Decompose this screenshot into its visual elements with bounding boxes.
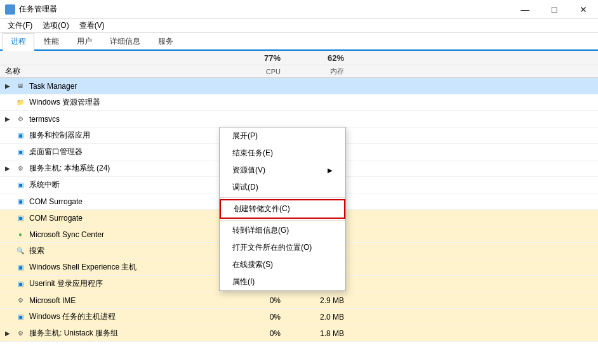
header-row-pct: 77% 62% <box>0 51 598 65</box>
menu-bar: 文件(F) 选项(O) 查看(V) <box>0 19 598 33</box>
process-icon: ▣ <box>15 180 25 190</box>
cell-process-name: ▣ 桌面窗口管理器 <box>0 146 229 157</box>
cell-process-name: ▶ 🖥 Task Manager <box>0 81 229 91</box>
process-icon: ▣ <box>15 213 25 223</box>
tab-performance[interactable]: 性能 <box>36 33 67 49</box>
process-icon: ⚙ <box>15 296 25 306</box>
process-icon: ● <box>15 230 25 240</box>
process-icon: ▣ <box>15 147 25 157</box>
process-icon: ⚙ <box>15 164 25 174</box>
ctx-properties-label: 属性(I) <box>232 276 255 287</box>
menu-view[interactable]: 查看(V) <box>74 19 110 32</box>
header-mem-pct[interactable]: 62% <box>286 53 349 63</box>
tab-details[interactable]: 详细信息 <box>102 33 149 49</box>
cell-process-name: ▣ 服务和控制器应用 <box>0 130 229 141</box>
window-controls: — □ ✕ <box>510 0 598 19</box>
ctx-search-online[interactable]: 在线搜索(S) <box>220 256 345 273</box>
process-icon: ▣ <box>15 197 25 207</box>
ctx-separator-1 <box>220 197 345 198</box>
expand-icon[interactable]: ▶ <box>5 115 13 123</box>
ctx-separator-2 <box>220 220 345 221</box>
menu-options[interactable]: 选项(O) <box>37 19 74 32</box>
expand-icon[interactable]: ▶ <box>5 165 13 172</box>
cell-process-name: ▣ COM Surrogate <box>0 213 229 223</box>
process-icon: ▣ <box>15 263 25 273</box>
expand-icon[interactable]: ▶ <box>5 330 13 337</box>
close-button[interactable]: ✕ <box>569 0 598 19</box>
minimize-button[interactable]: — <box>510 0 540 19</box>
ctx-resource-values[interactable]: 资源值(V) ▶ <box>220 162 345 179</box>
table-row[interactable]: ⚙ Microsoft IME 0% 2.9 MB <box>0 292 598 309</box>
header-row-labels: 名称 CPU 内存 <box>0 65 598 77</box>
table-row[interactable]: ▣ Windows 任务的主机进程 0% 2.0 MB <box>0 309 598 325</box>
tab-processes[interactable]: 进程 <box>3 33 34 51</box>
cell-mem: 2.0 MB <box>286 313 349 322</box>
cell-process-name: 📁 Windows 资源管理器 <box>0 97 229 108</box>
process-icon: ⚙ <box>15 114 25 124</box>
expand-icon[interactable]: ▶ <box>5 82 13 90</box>
cell-process-name: ▶ ⚙ termsvcs <box>0 114 229 124</box>
cell-mem: 2.9 MB <box>286 296 349 305</box>
cell-process-name: ▣ Windows Shell Experience 主机 <box>0 262 229 273</box>
window-title: 任务管理器 <box>19 4 57 15</box>
ctx-goto-details[interactable]: 转到详细信息(G) <box>220 222 345 239</box>
cell-process-name: ▶ ⚙ 服务主机: 本地系统 (24) <box>0 163 229 174</box>
process-name-text: Userinit 登录应用程序 <box>29 278 103 289</box>
process-name-text: Microsoft Sync Center <box>29 230 104 239</box>
cell-process-name: ● Microsoft Sync Center <box>0 230 229 240</box>
cell-process-name: ▣ Userinit 登录应用程序 <box>0 278 229 289</box>
cell-process-name: ▣ Windows 任务的主机进程 <box>0 311 229 322</box>
main-content: 77% 62% 名称 CPU 内存 ▶ 🖥 Task Manager <box>0 51 598 364</box>
title-bar: 任务管理器 — □ ✕ <box>0 0 598 19</box>
ctx-details-label: 转到详细信息(G) <box>232 225 289 236</box>
process-icon: 🖥 <box>15 81 25 91</box>
tab-services[interactable]: 服务 <box>150 33 182 49</box>
ctx-debug-label: 调试(D) <box>232 182 258 193</box>
tab-users[interactable]: 用户 <box>69 33 100 49</box>
process-name-text: 服务主机: Unistack 服务组 <box>29 328 118 339</box>
process-name-text: 桌面窗口管理器 <box>29 146 83 157</box>
table-row[interactable]: ▶ ⚙ 服务主机: Unistack 服务组 0% 1.8 MB <box>0 325 598 342</box>
ctx-expand[interactable]: 展开(P) <box>220 127 345 145</box>
cell-cpu: 0% <box>229 313 286 322</box>
table-row[interactable]: 📁 Windows 资源管理器 <box>0 94 598 111</box>
ctx-arrow-icon: ▶ <box>328 167 333 174</box>
cell-process-name: ⚙ Microsoft IME <box>0 296 229 306</box>
menu-file[interactable]: 文件(F) <box>3 19 37 32</box>
ctx-properties[interactable]: 属性(I) <box>220 273 345 290</box>
ctx-open-location[interactable]: 打开文件所在的位置(O) <box>220 239 345 256</box>
ctx-search-label: 在线搜索(S) <box>232 259 273 270</box>
ctx-expand-label: 展开(P) <box>232 131 258 141</box>
table-row[interactable]: ▶ ⚙ termsvcs <box>0 111 598 127</box>
header-mem-label: 内存 <box>286 67 349 76</box>
ctx-debug[interactable]: 调试(D) <box>220 179 345 196</box>
ctx-create-dump[interactable]: 创建转储文件(C) <box>220 199 345 219</box>
header-name-label[interactable]: 名称 <box>0 66 229 77</box>
process-icon: ▣ <box>15 312 25 322</box>
process-icon: ⚙ <box>15 328 25 339</box>
ctx-end-task-label: 结束任务(E) <box>232 148 273 159</box>
tab-bar: 进程 性能 用户 详细信息 服务 <box>0 33 598 51</box>
process-icon: ▣ <box>15 279 25 289</box>
process-name-text: Microsoft IME <box>29 296 76 305</box>
ctx-dump-label: 创建转储文件(C) <box>234 204 290 214</box>
process-name-text: 系统中断 <box>29 179 60 190</box>
cell-process-name: ▣ 系统中断 <box>0 179 229 190</box>
table-row[interactable]: ▶ 🖥 Task Manager <box>0 78 598 94</box>
cell-process-name: 🔍 搜索 <box>0 245 229 256</box>
process-name-text: COM Surrogate <box>29 214 83 223</box>
cell-mem: 1.8 MB <box>286 329 349 338</box>
maximize-button[interactable]: □ <box>540 0 569 19</box>
process-icon: ▣ <box>15 131 25 141</box>
cell-process-name: ▣ COM Surrogate <box>0 197 229 207</box>
header-cpu-pct[interactable]: 77% <box>229 53 286 63</box>
ctx-end-task[interactable]: 结束任务(E) <box>220 145 345 162</box>
cell-cpu: 0% <box>229 329 286 338</box>
process-name-text: Windows 任务的主机进程 <box>29 311 116 322</box>
ctx-location-label: 打开文件所在的位置(O) <box>232 242 312 253</box>
process-icon: 📁 <box>15 98 25 108</box>
process-name-text: 服务和控制器应用 <box>29 130 90 141</box>
ctx-resource-label: 资源值(V) <box>232 165 265 176</box>
process-name-text: termsvcs <box>29 115 60 124</box>
process-name-text: Windows Shell Experience 主机 <box>29 262 136 273</box>
